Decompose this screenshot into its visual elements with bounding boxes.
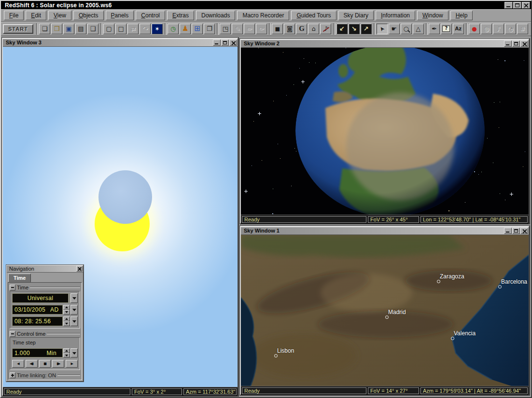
night-sky-icon[interactable]: ✶ — [152, 24, 163, 34]
frame-grid-icon[interactable]: # — [517, 24, 528, 34]
menu-help[interactable]: Help — [450, 11, 473, 20]
sky-window-3-titlebar[interactable]: Sky Window 3 — [3, 39, 238, 47]
help-book-icon[interactable]: ? — [441, 24, 452, 34]
pan-hand-icon[interactable]: ☛ — [389, 24, 400, 34]
marker-b-icon[interactable]: ✑ — [256, 24, 267, 34]
time-field[interactable]: 08: 28: 25.56 — [12, 316, 63, 326]
menu-information[interactable]: Information — [376, 11, 415, 20]
multi-window-icon[interactable]: ⊞ — [192, 24, 203, 34]
sky-window-2-titlebar[interactable]: Sky Window 2 — [241, 40, 529, 48]
sky-window-2-close-button[interactable] — [520, 41, 528, 47]
spin-down-icon[interactable] — [63, 310, 70, 315]
app-minimize-button[interactable] — [504, 2, 513, 9]
time-step-dropdown-icon[interactable] — [70, 348, 78, 357]
draw-pen-icon[interactable]: ✎ — [232, 24, 243, 34]
sort-az-icon[interactable]: Az — [453, 24, 464, 34]
flip-vertical-icon[interactable]: ↷ — [140, 24, 151, 34]
deep-space-icon[interactable]: ◼ — [272, 24, 283, 34]
observer-location-icon[interactable]: ♟ — [180, 24, 191, 34]
print-preview-icon[interactable]: ❑ — [87, 24, 98, 34]
moon[interactable] — [98, 170, 152, 224]
time-dropdown-icon[interactable] — [70, 316, 78, 326]
menu-window[interactable]: Window — [417, 11, 448, 20]
window-export-icon[interactable]: ◳ — [220, 24, 231, 34]
expand-time-linking-button[interactable] — [10, 372, 15, 378]
sound-mute-icon[interactable]: ♪ — [320, 24, 331, 34]
menu-edit[interactable]: Edit — [26, 11, 46, 20]
sky-window-3-maximize-button[interactable] — [221, 40, 229, 46]
app-close-button[interactable] — [522, 2, 530, 9]
center-moon-icon[interactable]: ↘ — [349, 24, 360, 34]
sky-window-3-close-button[interactable] — [229, 40, 237, 46]
app-maximize-button[interactable] — [513, 2, 521, 9]
sky-window-1-close-button[interactable] — [520, 228, 528, 234]
sky-fill-icon[interactable]: □ — [115, 24, 126, 34]
zoom-tool-icon[interactable]: ○ — [401, 24, 412, 34]
start-button[interactable]: START — [3, 24, 33, 34]
app-titlebar[interactable]: RedShift 6 : Solar eclipse in 2005.ws6 — [1, 1, 531, 9]
menu-view[interactable]: View — [48, 11, 71, 20]
sky-window-2-minimize-button[interactable] — [504, 41, 512, 47]
stop-icon[interactable]: ■ — [39, 360, 51, 368]
marker-a-icon[interactable]: ✏ — [244, 24, 255, 34]
tab-time[interactable]: Time — [8, 274, 31, 282]
step-backward-icon[interactable]: ◀▮ — [26, 360, 38, 368]
center-sun-icon[interactable]: ↙ — [336, 24, 348, 34]
guide-letter-icon[interactable]: G — [296, 24, 307, 34]
save-icon[interactable]: ▣ — [63, 24, 74, 34]
time-system-select[interactable]: Universal — [12, 293, 69, 303]
earth-globe-view[interactable] — [241, 48, 529, 215]
step-forward-icon[interactable]: ▮▶ — [52, 360, 64, 368]
menu-panels[interactable]: Panels — [106, 11, 134, 20]
sky-window-3-minimize-button[interactable] — [213, 40, 221, 46]
menu-extras[interactable]: Extras — [167, 11, 194, 20]
menu-downloads[interactable]: Downloads — [196, 11, 235, 20]
display-mode-icon[interactable]: ▢ — [103, 24, 114, 34]
menu-file[interactable]: File — [4, 11, 24, 20]
date-field[interactable]: 03/10/2005 AD — [12, 305, 63, 315]
spin-down-icon[interactable] — [63, 321, 70, 326]
timer-icon[interactable]: ◔ — [505, 24, 516, 34]
playlist-icon[interactable]: ◍ — [481, 24, 492, 34]
date-dropdown-icon[interactable] — [70, 305, 78, 315]
print-icon[interactable]: ▤ — [75, 24, 86, 34]
time-spinner[interactable] — [63, 316, 70, 326]
sky-window-1-titlebar[interactable]: Sky Window 1 — [241, 227, 529, 235]
sky-window-2-maximize-button[interactable] — [512, 41, 520, 47]
collapse-control-time-button[interactable] — [10, 331, 15, 337]
spin-up-icon[interactable] — [63, 316, 70, 321]
time-step-field[interactable]: 1.000 Min — [12, 348, 63, 357]
menu-control[interactable]: Control — [136, 11, 165, 20]
center-object-icon[interactable]: ↗ — [361, 24, 372, 34]
record-icon[interactable]: ● — [469, 24, 480, 34]
map-view[interactable]: ZaragozaBarcelonaMadridValenciaLisbon — [241, 235, 529, 386]
spin-down-icon[interactable] — [63, 353, 70, 358]
menu-objects[interactable]: Objects — [73, 11, 104, 20]
sky-window-1-minimize-button[interactable] — [504, 228, 512, 234]
navigation-titlebar[interactable]: Navigation — [7, 265, 83, 273]
menu-macro-recorder[interactable]: Macro Recorder — [237, 11, 289, 20]
open-file-icon[interactable]: ❒ — [51, 24, 62, 34]
window-view-icon[interactable]: ❐ — [204, 24, 215, 34]
play-backward-icon[interactable]: ◀ — [12, 360, 24, 368]
home-view-icon[interactable]: ⌂ — [308, 24, 319, 34]
sky-window-1-maximize-button[interactable] — [512, 228, 520, 234]
time-step-spinner[interactable] — [63, 348, 70, 357]
collapse-time-group-button[interactable] — [10, 285, 15, 290]
menu-sky-diary[interactable]: Sky Diary — [338, 11, 374, 20]
flashlight-icon[interactable]: ✒ — [429, 24, 440, 34]
spin-up-icon[interactable] — [63, 305, 70, 310]
brightness-frame-icon[interactable]: ◙ — [284, 24, 295, 34]
new-document-icon[interactable]: ❏ — [39, 24, 50, 34]
time-cycle-icon[interactable]: ◷ — [168, 24, 179, 34]
select-arrow-icon[interactable]: ➤ — [377, 24, 388, 34]
sound-track-icon[interactable]: ♪ — [493, 24, 504, 34]
spin-up-icon[interactable] — [63, 348, 70, 353]
menu-guided-tours[interactable]: Guided Tours — [291, 11, 336, 20]
flip-horizontal-icon[interactable]: ⇄ — [127, 24, 139, 34]
rotate-view-icon[interactable]: △ — [413, 24, 424, 34]
eclipse-sky-view[interactable]: Navigation Time Time Universal — [3, 47, 238, 387]
navigation-close-button[interactable] — [76, 266, 83, 272]
date-spinner[interactable] — [63, 305, 70, 315]
time-system-dropdown-icon[interactable] — [70, 293, 78, 303]
